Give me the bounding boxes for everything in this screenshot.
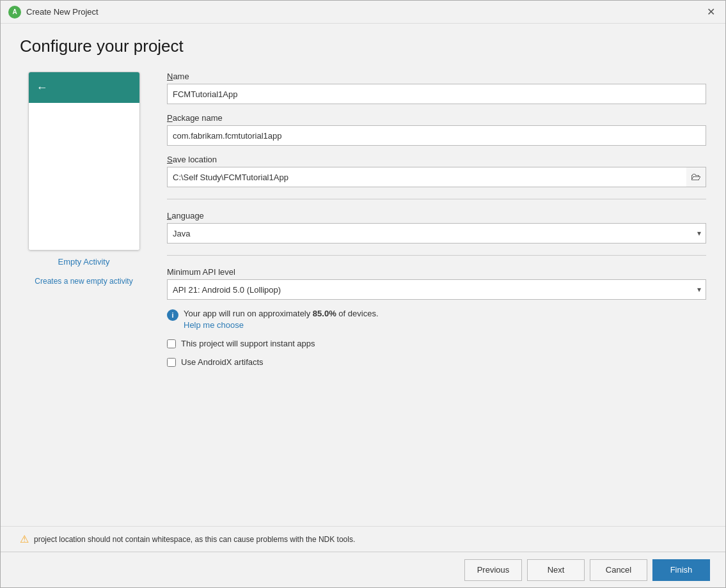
warning-bar: ⚠ project location should not contain wh… [1,526,725,552]
page-title: Configure your project [20,36,706,56]
divider [167,199,706,199]
dialog-window: A Create New Project ✕ Configure your pr… [0,0,726,588]
divider-2 [167,255,706,256]
activity-description: Creates a new empty activity [35,277,132,286]
instant-apps-checkbox[interactable] [167,339,176,348]
info-icon: i [167,309,178,321]
api-info-before: Your app will run on approximately [184,309,313,318]
warning-text: project location should not contain whit… [34,535,355,544]
language-select[interactable]: Java Kotlin [167,223,706,244]
next-button[interactable]: Next [527,559,585,581]
api-info-percentage: 85.0% [313,309,336,318]
left-panel: ← Empty Activity Creates a new empty act… [20,72,148,513]
warning-icon: ⚠ [20,533,29,545]
close-button[interactable]: ✕ [704,5,718,19]
androidx-row: Use AndroidX artifacts [167,357,706,367]
name-field-group: Name [167,72,706,104]
cancel-button[interactable]: Cancel [590,559,647,581]
save-location-input[interactable] [167,167,706,187]
browse-folder-button[interactable]: 🗁 [686,167,706,187]
api-info-text: Your app will run on approximately 85.0%… [184,309,379,330]
min-api-label: Minimum API level [167,267,706,277]
name-label: Name [167,72,706,81]
title-bar: A Create New Project ✕ [1,1,725,24]
folder-icon: 🗁 [691,171,701,183]
min-api-select-wrapper: API 16: Android 4.1 (Jelly Bean) API 17:… [167,279,706,300]
activity-label: Empty Activity [58,257,110,267]
phone-body [29,103,139,250]
phone-preview: ← [28,72,140,251]
right-panel: Name Package name Save location 🗁 [167,72,706,513]
name-input[interactable] [167,84,706,104]
finish-button[interactable]: Finish [652,559,710,581]
help-me-choose-link[interactable]: Help me choose [184,320,379,330]
language-select-wrapper: Java Kotlin ▾ [167,223,706,244]
min-api-select[interactable]: API 16: Android 4.1 (Jelly Bean) API 17:… [167,279,706,300]
api-info-after: of devices. [336,309,379,318]
min-api-field-group: Minimum API level API 16: Android 4.1 (J… [167,267,706,300]
main-content: Configure your project ← Empty Activity … [1,24,725,526]
main-area: ← Empty Activity Creates a new empty act… [20,72,706,513]
save-location-label: Save location [167,155,706,164]
dialog-footer: Previous Next Cancel Finish [1,552,725,587]
save-location-field-group: Save location 🗁 [167,155,706,187]
package-label: Package name [167,113,706,123]
save-location-wrapper: 🗁 [167,167,706,187]
package-input[interactable] [167,125,706,146]
androidx-checkbox[interactable] [167,358,176,367]
title-bar-text: Create New Project [26,7,704,17]
back-arrow-icon: ← [36,81,48,95]
package-field-group: Package name [167,113,706,146]
androidx-label[interactable]: Use AndroidX artifacts [181,357,264,367]
previous-button[interactable]: Previous [464,559,522,581]
phone-header: ← [29,72,139,103]
app-icon: A [8,6,21,19]
language-label: Language [167,211,706,220]
instant-apps-label[interactable]: This project will support instant apps [181,339,315,348]
language-field-group: Language Java Kotlin ▾ [167,211,706,244]
instant-apps-row: This project will support instant apps [167,339,706,348]
api-info-row: i Your app will run on approximately 85.… [167,309,706,330]
